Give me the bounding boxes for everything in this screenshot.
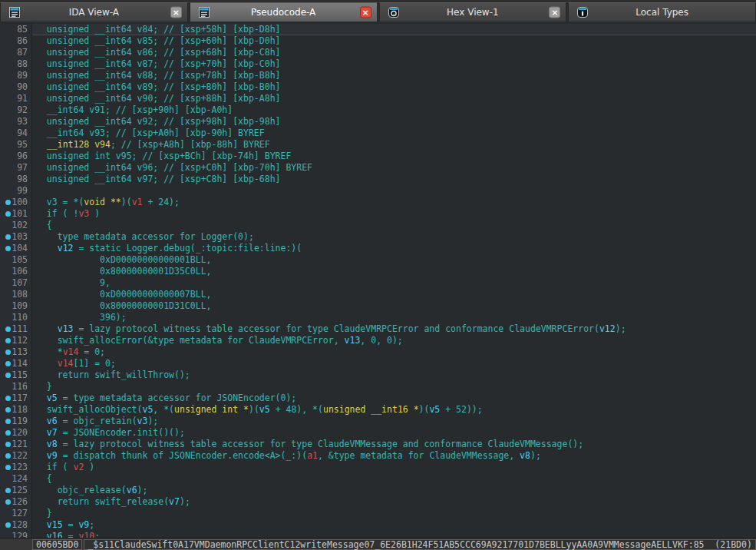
code-line[interactable]: 92 __int64 v91; // [xsp+90h] [xbp-A0h] xyxy=(0,104,756,116)
code-line[interactable]: 91 unsigned __int64 v90; // [xsp+88h] [x… xyxy=(0,93,756,104)
code-line[interactable]: 120 v7 = JSONEncoder.init()(); xyxy=(0,427,756,439)
code-line[interactable]: 100 v3 = *(void **)(v1 + 24); xyxy=(0,197,756,208)
code-line[interactable]: 94 __int64 v93; // [xsp+A0h] [xbp-90h] B… xyxy=(0,128,756,139)
hex-view-icon xyxy=(388,6,400,18)
code-text: swift_allocObject(v5, *(unsigned int *)(… xyxy=(32,404,483,416)
code-text: __int64 v93; // [xsp+A0h] [xbp-90h] BYRE… xyxy=(32,128,265,139)
code-line[interactable]: 107 9, xyxy=(0,277,756,289)
tab-close-icon[interactable]: × xyxy=(549,7,560,18)
code-line[interactable]: 87 unsigned __int64 v86; // [xsp+68h] [x… xyxy=(0,47,756,58)
line-gutter: 101 xyxy=(0,208,32,220)
code-text: unsigned __int64 v84; // [xsp+58h] [xbp-… xyxy=(32,24,281,35)
line-number: 95 xyxy=(17,139,28,150)
line-gutter: 86 xyxy=(0,35,32,47)
code-line[interactable]: 114 v14[1] = 0; xyxy=(0,358,756,369)
line-number: 90 xyxy=(17,81,28,92)
line-number: 85 xyxy=(17,24,28,35)
line-number: 91 xyxy=(17,93,28,104)
code-line[interactable]: 103 type metadata accessor for Logger(0)… xyxy=(0,231,756,243)
code-line[interactable]: 98 unsigned __int64 v97; // [xsp+C8h] [x… xyxy=(0,174,756,185)
code-text: return swift_release(v7); xyxy=(32,496,190,508)
code-line[interactable]: 129 v16 = v10; xyxy=(0,531,756,538)
code-text: 0x80000000001D31C0LL, xyxy=(32,300,211,312)
line-gutter: 118 xyxy=(0,404,32,416)
code-line[interactable]: 101 if ( !v3 ) xyxy=(0,208,756,220)
line-mark-icon xyxy=(5,442,11,447)
code-text: 0xD00000000000001BLL, xyxy=(32,254,211,266)
line-number: 113 xyxy=(12,346,28,357)
line-gutter: 88 xyxy=(0,58,32,70)
code-line[interactable]: 102 { xyxy=(0,220,756,231)
code-line[interactable]: 115 return swift_willThrow(); xyxy=(0,369,756,381)
code-text: if ( !v3 ) xyxy=(32,208,100,220)
tab-ida-view-a[interactable]: IDA View-A × xyxy=(0,2,188,22)
code-line[interactable]: 93 unsigned __int64 v92; // [xsp+98h] [x… xyxy=(0,116,756,128)
line-number: 98 xyxy=(17,174,28,184)
code-line[interactable]: 86 unsigned __int64 v85; // [xsp+60h] [x… xyxy=(0,35,756,47)
line-number: 110 xyxy=(12,312,28,323)
code-line[interactable]: 110 396); xyxy=(0,312,756,323)
line-number: 125 xyxy=(12,485,28,495)
code-line[interactable]: 122 v9 = dispatch thunk of JSONEncoder.e… xyxy=(0,450,756,462)
code-line[interactable]: 88 unsigned __int64 v87; // [xsp+70h] [x… xyxy=(0,58,756,70)
line-gutter: 93 xyxy=(0,116,32,128)
line-number: 87 xyxy=(17,47,28,58)
code-line[interactable]: 119 v6 = objc_retain(v3); xyxy=(0,416,756,427)
code-line[interactable]: 105 0xD00000000000001BLL, xyxy=(0,254,756,266)
tab-close-icon[interactable]: × xyxy=(360,7,371,18)
pseudocode-listing[interactable]: 85 unsigned __int64 v84; // [xsp+58h] [x… xyxy=(0,22,756,538)
line-mark-icon xyxy=(5,453,11,459)
code-text: return swift_willThrow(); xyxy=(32,369,190,381)
line-gutter: 109 xyxy=(0,300,32,312)
code-line[interactable]: 89 unsigned __int64 v88; // [xsp+78h] [x… xyxy=(0,70,756,81)
code-text: __int128 v94; // [xsp+A8h] [xbp-88h] BYR… xyxy=(32,139,270,151)
code-line[interactable]: 97 unsigned __int64 v96; // [xsp+C0h] [x… xyxy=(0,162,756,174)
status-address: 00605BD0 xyxy=(32,539,82,550)
code-line[interactable]: 99 xyxy=(0,185,756,197)
code-text: v12 = static Logger.debug(_:topic:file:l… xyxy=(32,243,302,254)
status-bar: 00605BD0 _$s11ClaudeSwift0A17VMDaemonRPC… xyxy=(0,538,756,550)
code-line[interactable]: 117 v5 = type metadata accessor for JSON… xyxy=(0,393,756,404)
line-gutter: 92 xyxy=(0,104,32,116)
line-mark-icon xyxy=(5,246,11,251)
code-line[interactable]: 128 v15 = v9; xyxy=(0,519,756,531)
code-line[interactable]: 112 swift_allocError(&type metadata for … xyxy=(0,335,756,346)
code-line[interactable]: 113 *v14 = 0; xyxy=(0,346,756,358)
tab-pseudocode-a[interactable]: Pseudocode-A × xyxy=(190,2,378,22)
line-mark-icon xyxy=(5,350,11,355)
line-number: 108 xyxy=(12,289,28,300)
code-line[interactable]: 124 { xyxy=(0,473,756,485)
line-gutter: 108 xyxy=(0,289,32,300)
code-text: unsigned __int64 v86; // [xsp+68h] [xbp-… xyxy=(32,47,281,58)
code-line[interactable]: 109 0x80000000001D31C0LL, xyxy=(0,300,756,312)
tab-close-icon[interactable]: × xyxy=(170,7,182,18)
code-line[interactable]: 116 } xyxy=(0,381,756,393)
code-line[interactable]: 106 0x80000000001D35C0LL, xyxy=(0,266,756,277)
tab-hex-view-1[interactable]: Hex View-1 × xyxy=(379,2,567,22)
code-line[interactable]: 118 swift_allocObject(v5, *(unsigned int… xyxy=(0,404,756,416)
line-number: 129 xyxy=(12,531,28,538)
code-line[interactable]: 95 __int128 v94; // [xsp+A8h] [xbp-88h] … xyxy=(0,139,756,151)
code-line[interactable]: 108 0xD00000000000007BLL, xyxy=(0,289,756,300)
tab-local-types[interactable]: Local Types xyxy=(568,2,756,22)
code-line[interactable]: 90 unsigned __int64 v89; // [xsp+80h] [x… xyxy=(0,81,756,93)
code-line[interactable]: 85 unsigned __int64 v84; // [xsp+58h] [x… xyxy=(0,24,756,35)
line-gutter: 102 xyxy=(0,220,32,231)
code-text: __int64 v91; // [xsp+90h] [xbp-A0h] xyxy=(32,104,233,116)
line-mark-icon xyxy=(5,338,11,343)
code-text: v5 = type metadata accessor for JSONEnco… xyxy=(32,393,296,404)
code-line[interactable]: 96 unsigned int v95; // [xsp+BCh] [xbp-7… xyxy=(0,151,756,162)
line-number: 107 xyxy=(12,277,28,288)
code-line[interactable]: 127 } xyxy=(0,508,756,519)
code-line[interactable]: 104 v12 = static Logger.debug(_:topic:fi… xyxy=(0,243,756,254)
code-text: if ( v2 ) xyxy=(32,462,94,473)
code-text: unsigned int v95; // [xsp+BCh] [xbp-74h]… xyxy=(32,151,291,162)
code-line[interactable]: 111 v13 = lazy protocol witness table ac… xyxy=(0,323,756,335)
code-line[interactable]: 121 v8 = lazy protocol witness table acc… xyxy=(0,439,756,450)
code-text: unsigned __int64 v96; // [xsp+C0h] [xbp-… xyxy=(32,162,312,174)
code-line[interactable]: 126 return swift_release(v7); xyxy=(0,496,756,508)
code-line[interactable]: 125 objc_release(v6); xyxy=(0,485,756,496)
line-mark-icon xyxy=(5,419,11,424)
line-number: 99 xyxy=(17,185,28,196)
code-line[interactable]: 123 if ( v2 ) xyxy=(0,462,756,473)
